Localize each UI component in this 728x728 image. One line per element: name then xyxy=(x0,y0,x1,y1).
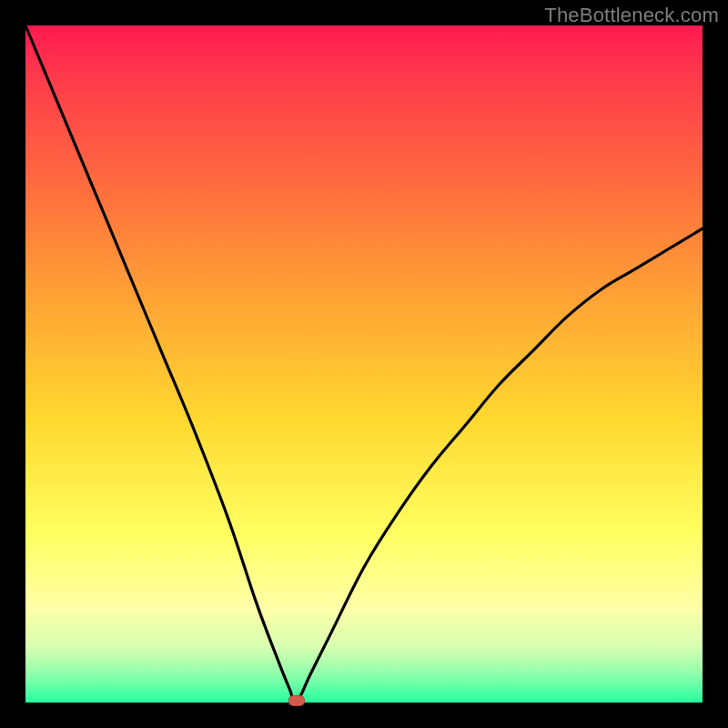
watermark-text: TheBottleneck.com xyxy=(544,4,719,27)
plot-area xyxy=(25,25,703,703)
bottleneck-curve xyxy=(25,25,703,703)
chart-frame: TheBottleneck.com xyxy=(0,0,728,728)
bottleneck-marker xyxy=(288,695,305,706)
